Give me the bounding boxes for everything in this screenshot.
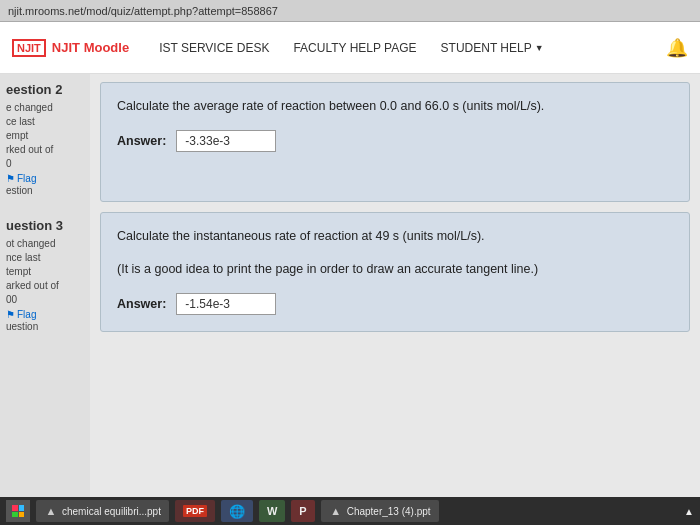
navbar-right: 🔔 [666, 37, 688, 59]
pdf-icon: PDF [183, 505, 207, 517]
navbar-faculty-help-link[interactable]: FACULTY HELP PAGE [293, 41, 416, 55]
sidebar-q3-title: uestion 3 [6, 218, 84, 233]
taskbar-file1-label: chemical equilibri...ppt [62, 506, 161, 517]
bell-icon[interactable]: 🔔 [666, 37, 688, 59]
taskbar-time: ▲ [684, 506, 694, 517]
navbar-service-desk-link[interactable]: IST SERVICE DESK [159, 41, 269, 55]
sidebar-q2-changed: e changed [6, 101, 84, 115]
sidebar-question3: uestion 3 ot changed nce last tempt arke… [6, 218, 84, 334]
chevron-up-icon2: ▲ [329, 504, 343, 518]
main-content: eestion 2 e changed ce last empt rked ou… [0, 74, 700, 497]
flag-icon2: ⚑ [6, 309, 15, 320]
start-button[interactable] [6, 500, 30, 522]
question2-card: Calculate the average rate of reaction b… [100, 82, 690, 202]
sidebar-q2-score: 0 [6, 157, 84, 171]
flag-icon: ⚑ [6, 173, 15, 184]
sidebar-q3-estion: uestion [6, 320, 84, 334]
ppt-icon: P [299, 505, 306, 517]
sidebar-q3-title-text: uestion 3 [6, 218, 63, 233]
sidebar-q3-flag-label: Flag [17, 309, 36, 320]
navbar-links: IST SERVICE DESK FACULTY HELP PAGE STUDE… [159, 41, 544, 55]
question2-answer-input[interactable] [176, 130, 276, 152]
taskbar-file2[interactable]: ▲ Chapter_13 (4).ppt [321, 500, 439, 522]
njit-icon: NJIT [12, 39, 46, 57]
sidebar-q2-title-text: estion 2 [13, 82, 62, 97]
windows-icon [12, 505, 24, 517]
taskbar: ▲ chemical equilibri...ppt PDF 🌐 W P ▲ C… [0, 497, 700, 525]
sidebar-q3-changed: ot changed [6, 237, 84, 251]
question3-text: Calculate the instantaneous rate of reac… [117, 227, 673, 246]
taskbar-file2-label: Chapter_13 (4).ppt [347, 506, 431, 517]
sidebar-q3-marked: arked out of [6, 279, 84, 293]
taskbar-pdf-icon[interactable]: PDF [175, 500, 215, 522]
navbar-logo[interactable]: NJIT NJIT Moodle [12, 39, 129, 57]
question3-answer-label: Answer: [117, 297, 166, 311]
question2-text: Calculate the average rate of reaction b… [117, 97, 673, 116]
sidebar-q2-flag-label: Flag [17, 173, 36, 184]
sidebar-q3-empt: tempt [6, 265, 84, 279]
question3-card: Calculate the instantaneous rate of reac… [100, 212, 690, 332]
navbar-student-help-link[interactable]: STUDENT HELP [441, 41, 544, 55]
question3-answer-row: Answer: [117, 293, 673, 315]
sidebar-q3-flag[interactable]: ⚑ Flag [6, 309, 84, 320]
browser-bar: njit.mrooms.net/mod/quiz/attempt.php?att… [0, 0, 700, 22]
question2-answer-row: Answer: [117, 130, 673, 152]
sidebar-q2-marked: rked out of [6, 143, 84, 157]
chevron-up-icon1: ▲ [44, 504, 58, 518]
taskbar-word-item[interactable]: W [259, 500, 285, 522]
question2-answer-label: Answer: [117, 134, 166, 148]
sidebar-q2-title: eestion 2 [6, 82, 84, 97]
questions-area: Calculate the average rate of reaction b… [90, 74, 700, 497]
navbar-logo-text[interactable]: NJIT Moodle [52, 40, 129, 55]
question3-answer-input[interactable] [176, 293, 276, 315]
navbar: NJIT NJIT Moodle IST SERVICE DESK FACULT… [0, 22, 700, 74]
taskbar-chrome-item[interactable]: 🌐 [221, 500, 253, 522]
chrome-icon: 🌐 [229, 504, 245, 519]
browser-url: njit.mrooms.net/mod/quiz/attempt.php?att… [8, 5, 278, 17]
sidebar-question2: eestion 2 e changed ce last empt rked ou… [6, 82, 84, 198]
word-icon: W [267, 505, 277, 517]
taskbar-file1[interactable]: ▲ chemical equilibri...ppt [36, 500, 169, 522]
sidebar-q2-estion: estion [6, 184, 84, 198]
sidebar-q3-last: nce last [6, 251, 84, 265]
question3-hint: (It is a good idea to print the page in … [117, 260, 673, 279]
sidebar-q2-flag[interactable]: ⚑ Flag [6, 173, 84, 184]
sidebar-q2-last: ce last [6, 115, 84, 129]
taskbar-ppt-item[interactable]: P [291, 500, 314, 522]
sidebar-q2-empt: empt [6, 129, 84, 143]
sidebar: eestion 2 e changed ce last empt rked ou… [0, 74, 90, 497]
sidebar-q3-score: 00 [6, 293, 84, 307]
